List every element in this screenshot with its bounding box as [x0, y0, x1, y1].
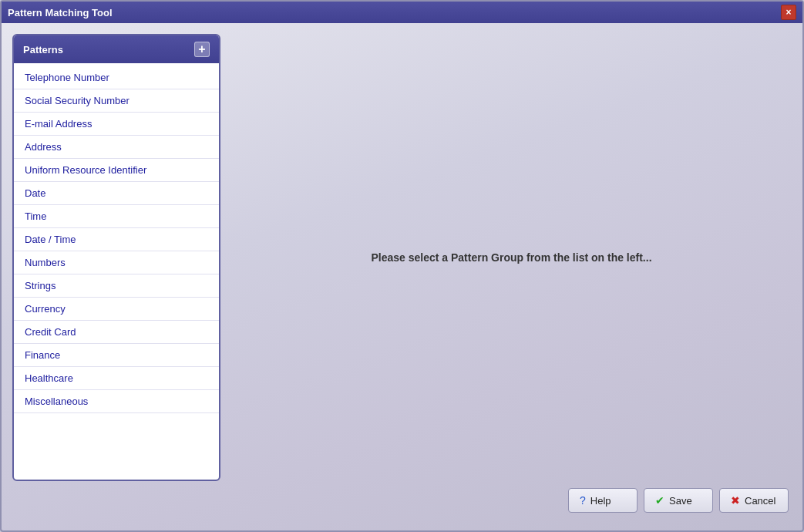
sidebar-item-healthcare[interactable]: Healthcare	[14, 367, 219, 390]
cancel-icon: ✖	[731, 494, 740, 507]
sidebar-item-uri[interactable]: Uniform Resource Identifier	[14, 159, 219, 182]
save-icon: ✔	[655, 494, 664, 507]
cancel-button[interactable]: ✖ Cancel	[719, 488, 789, 513]
help-button[interactable]: ? Help	[568, 488, 637, 513]
cancel-label: Cancel	[745, 495, 775, 507]
save-button[interactable]: ✔ Save	[644, 488, 713, 513]
main-panel: Please select a Pattern Group from the l…	[231, 34, 792, 481]
sidebar-item-miscellaneous[interactable]: Miscellaneous	[14, 390, 219, 413]
sidebar-item-time[interactable]: Time	[14, 205, 219, 228]
sidebar-header: Patterns +	[14, 35, 219, 63]
help-label: Help	[590, 495, 611, 507]
main-content: Patterns + Telephone Number Social Secur…	[12, 34, 792, 481]
add-pattern-button[interactable]: +	[194, 42, 210, 57]
footer: ? Help ✔ Save ✖ Cancel	[12, 481, 792, 520]
sidebar-header-label: Patterns	[23, 44, 63, 56]
close-button[interactable]: ×	[781, 5, 796, 20]
main-window: Pattern Matching Tool × Patterns + Telep…	[0, 0, 804, 532]
sidebar-item-address[interactable]: Address	[14, 136, 219, 159]
sidebar-item-email[interactable]: E-mail Address	[14, 113, 219, 136]
sidebar-item-numbers[interactable]: Numbers	[14, 251, 219, 274]
sidebar-item-creditcard[interactable]: Credit Card	[14, 321, 219, 344]
window-body: Patterns + Telephone Number Social Secur…	[2, 23, 802, 530]
sidebar-empty-space	[14, 413, 219, 436]
sidebar: Patterns + Telephone Number Social Secur…	[12, 34, 220, 481]
window-title: Pattern Matching Tool	[8, 7, 113, 19]
help-icon: ?	[580, 494, 586, 507]
sidebar-item-telephone[interactable]: Telephone Number	[14, 66, 219, 89]
sidebar-item-strings[interactable]: Strings	[14, 274, 219, 298]
title-bar: Pattern Matching Tool ×	[2, 2, 802, 23]
sidebar-item-datetime[interactable]: Date / Time	[14, 228, 219, 251]
sidebar-list: Telephone Number Social Security Number …	[14, 63, 219, 480]
sidebar-item-ssn[interactable]: Social Security Number	[14, 89, 219, 113]
sidebar-item-finance[interactable]: Finance	[14, 344, 219, 367]
main-placeholder: Please select a Pattern Group from the l…	[371, 251, 651, 264]
sidebar-item-date[interactable]: Date	[14, 182, 219, 205]
save-label: Save	[669, 495, 692, 507]
sidebar-item-currency[interactable]: Currency	[14, 298, 219, 321]
